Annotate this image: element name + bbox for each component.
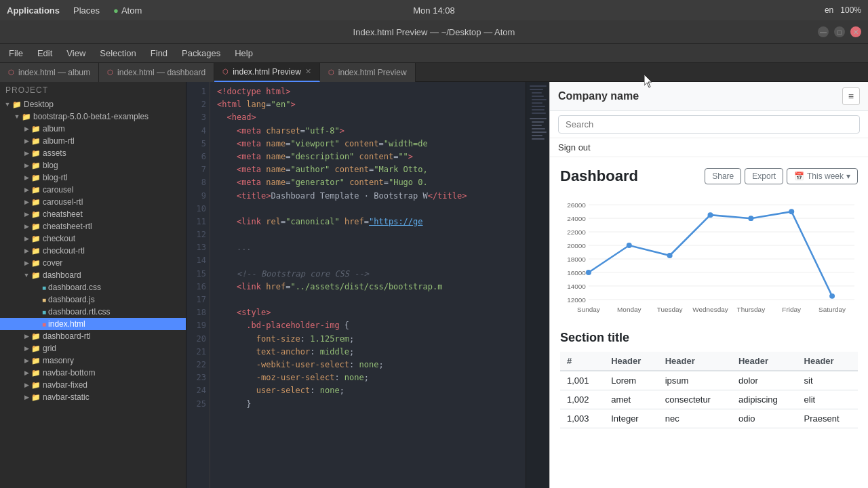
tree-item-dashboard-js[interactable]: ■ dashboard.js (0, 293, 186, 306)
tab-preview2-label: index.html Preview (338, 68, 407, 77)
tree-item-dashboard-rtl-css[interactable]: ■ dashboard.rtl.css (0, 306, 186, 318)
tab-preview1-close[interactable]: ✕ (305, 67, 311, 76)
code-line (217, 228, 519, 241)
code-content[interactable]: <!doctype html> <html lang="en"> <head> … (210, 82, 526, 488)
code-line: <meta charset="utf-8"> (217, 125, 519, 138)
menu-help[interactable]: Help (229, 46, 258, 60)
tab-dashboard[interactable]: ⬡ index.html — dashboard (99, 63, 214, 82)
html-file-icon: ■ (42, 321, 46, 328)
tab-preview1[interactable]: ⬡ index.html Preview ✕ (214, 63, 320, 82)
tree-item-bootstrap[interactable]: ▼ 📁 bootstrap-5.0.0-beta1-examples (0, 110, 186, 123)
arrow-icon: ▶ (22, 394, 31, 401)
tree-item-checkout-rtl[interactable]: ▶ 📁 checkout-rtl (0, 245, 186, 257)
menu-view[interactable]: View (61, 46, 91, 60)
preview-navbar: Company name ≡ (550, 82, 868, 111)
applications-menu[interactable]: Applications (7, 5, 60, 16)
folder-icon: 📁 (31, 247, 41, 256)
signout-link[interactable]: Sign out (558, 142, 591, 152)
code-line: <link href="../assets/dist/css/bootstrap… (217, 281, 519, 293)
menu-bar: File Edit View Selection Find Packages H… (0, 44, 868, 63)
svg-text:26000: 26000 (567, 201, 586, 209)
tree-item-navbar-static[interactable]: ▶ 📁 navbar-static (0, 391, 186, 403)
table-col-header4: Header (797, 352, 858, 371)
code-line: <head> (217, 111, 519, 124)
svg-rect-10 (532, 121, 544, 123)
tree-item-navbar-fixed[interactable]: ▶ 📁 navbar-fixed (0, 379, 186, 391)
tree-item-album-rtl[interactable]: ▶ 📁 album-rtl (0, 135, 186, 147)
tab-preview1-label: index.html Preview (233, 67, 301, 77)
menu-file[interactable]: File (3, 46, 28, 60)
code-line: <html lang="en"> (217, 98, 519, 111)
arrow-icon: ▶ (22, 162, 31, 169)
svg-rect-11 (532, 125, 542, 126)
menu-selection[interactable]: Selection (94, 46, 141, 60)
tree-item-grid[interactable]: ▶ 📁 grid (0, 342, 186, 354)
arrow-icon: ▶ (22, 369, 31, 376)
tab-album[interactable]: ⬡ index.html — album (0, 63, 99, 82)
dashboard-header: Dashboard Share Export 📅 This week ▾ (560, 167, 858, 185)
svg-text:Saturday: Saturday (818, 306, 846, 313)
tree-item-carousel[interactable]: ▶ 📁 carousel (0, 184, 186, 196)
arrow-icon: ▶ (22, 333, 31, 340)
data-table: # Header Header Header Header 1,001 Lore… (560, 352, 858, 428)
menu-find[interactable]: Find (145, 46, 173, 60)
tab-album-icon: ⬡ (8, 68, 14, 76)
tree-item-dashboard-css[interactable]: ■ dashboard.css (0, 281, 186, 293)
calendar-icon: 📅 (794, 171, 804, 181)
svg-rect-9 (530, 118, 547, 119)
tree-item-assets[interactable]: ▶ 📁 assets (0, 147, 186, 159)
tree-item-cheatsheet-rtl[interactable]: ▶ 📁 cheatsheet-rtl (0, 220, 186, 232)
svg-text:Tuesday: Tuesday (657, 306, 683, 313)
svg-point-37 (789, 209, 794, 214)
tree-item-checkout[interactable]: ▶ 📁 checkout (0, 232, 186, 245)
code-line: ... (217, 241, 519, 254)
folder-icon: 📁 (31, 393, 41, 402)
preview-panel: Company name ≡ Sign out Dashboard Share … (549, 82, 868, 488)
share-button[interactable]: Share (705, 168, 741, 184)
folder-icon: 📁 (31, 381, 41, 390)
table-cell-id: 1,003 (560, 409, 604, 428)
code-line (217, 254, 519, 267)
tree-item-index-html[interactable]: ■ index.html (0, 318, 186, 330)
tab-album-label: index.html — album (18, 68, 90, 77)
sidebar-header: Project (0, 82, 186, 98)
search-input[interactable] (558, 115, 860, 134)
week-dropdown[interactable]: 📅 This week ▾ (787, 168, 858, 184)
maximize-button[interactable]: □ (834, 26, 845, 37)
line-numbers: 12345 678910 1112131415 1617181920 21222… (186, 82, 210, 488)
arrow-icon: ▼ (12, 113, 22, 120)
export-button[interactable]: Export (745, 168, 783, 184)
folder-icon: 📁 (31, 161, 41, 170)
table-cell-col4: sit (797, 371, 858, 390)
minimize-button[interactable]: — (818, 26, 829, 37)
code-line: <style> (217, 306, 519, 319)
menu-packages[interactable]: Packages (176, 46, 226, 60)
dashboard-title: Dashboard (560, 167, 638, 185)
table-cell-col4: Praesent (797, 409, 858, 428)
svg-rect-6 (532, 106, 545, 107)
tree-item-cover[interactable]: ▶ 📁 cover (0, 257, 186, 269)
hamburger-button[interactable]: ≡ (842, 87, 860, 105)
tree-item-desktop[interactable]: ▼ 📁 Desktop (0, 98, 186, 110)
tree-item-blog[interactable]: ▶ 📁 blog (0, 159, 186, 171)
tree-item-dashboard-folder[interactable]: ▼ 📁 dashboard (0, 269, 186, 281)
menu-edit[interactable]: Edit (32, 46, 58, 60)
tree-item-carousel-rtl[interactable]: ▶ 📁 carousel-rtl (0, 196, 186, 208)
tree-item-blog-rtl[interactable]: ▶ 📁 blog-rtl (0, 171, 186, 184)
css-file-icon: ■ (42, 284, 46, 291)
section-title: Section title (560, 331, 858, 345)
tree-item-navbar-bottom[interactable]: ▶ 📁 navbar-bottom (0, 367, 186, 379)
table-cell-id: 1,001 (560, 371, 604, 390)
tree-item-cheatsheet[interactable]: ▶ 📁 cheatsheet (0, 208, 186, 220)
svg-rect-0 (530, 85, 547, 87)
table-col-header1: Header (604, 352, 658, 371)
close-button[interactable]: ✕ (850, 26, 861, 37)
atom-indicator: ● Atom (113, 5, 142, 16)
css-file-icon: ■ (42, 308, 46, 316)
places-menu[interactable]: Places (73, 5, 100, 16)
folder-icon: 📁 (31, 344, 41, 353)
tree-item-dashboard-rtl[interactable]: ▶ 📁 dashboard-rtl (0, 330, 186, 342)
tree-item-masonry[interactable]: ▶ 📁 masonry (0, 354, 186, 367)
tree-item-album[interactable]: ▶ 📁 album (0, 123, 186, 135)
tab-preview2[interactable]: ⬡ index.html Preview (320, 63, 416, 82)
